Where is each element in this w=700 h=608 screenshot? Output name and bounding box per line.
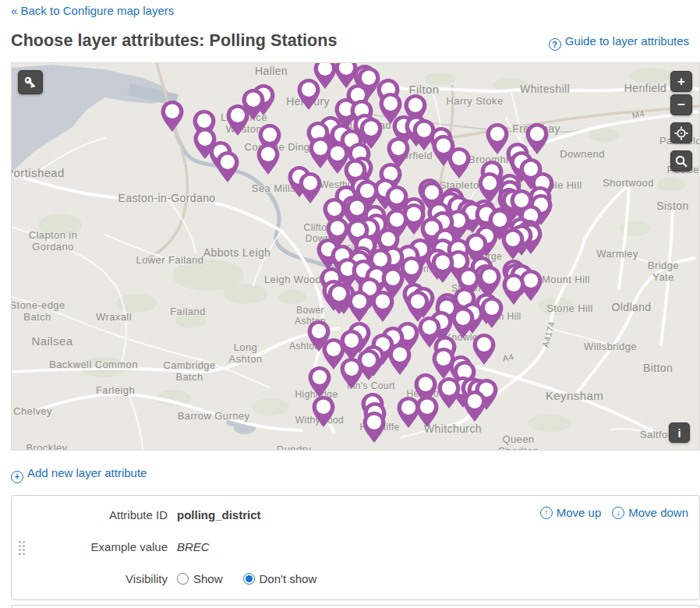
map-key-button[interactable] (18, 70, 43, 94)
move-down-label: Move down (628, 506, 688, 519)
locate-button[interactable] (670, 122, 692, 143)
search-button[interactable] (670, 150, 692, 171)
info-icon: i (677, 426, 681, 440)
polling-station-pin[interactable] (296, 78, 321, 111)
zoom-out-button[interactable]: − (670, 94, 692, 115)
next-attribute-card-peek (11, 605, 700, 608)
guide-link-label: Guide to layer attributes (565, 34, 689, 48)
question-circle-icon: ? (549, 38, 561, 51)
add-attribute-label: Add new layer attribute (27, 466, 147, 479)
minus-icon: − (677, 97, 685, 113)
drag-handle[interactable] (19, 541, 25, 555)
visibility-option-show[interactable]: Show (177, 572, 223, 585)
visibility-row: Visibility Show Don't show (43, 571, 316, 586)
example-value-row: Example value BREC (43, 539, 316, 554)
page: « Back to Configure map layers Choose la… (0, 0, 700, 608)
attribute-id-row: Attribute ID polling_district (43, 507, 316, 522)
polling-station-pin[interactable] (387, 343, 412, 376)
attribute-id-label: Attribute ID (43, 508, 168, 521)
map-pins (12, 63, 699, 450)
attribute-id-value: polling_district (177, 508, 316, 521)
show-radio-label: Show (193, 572, 223, 585)
polling-station-pin[interactable] (362, 411, 387, 444)
polling-station-pin[interactable] (396, 396, 421, 429)
guide-link[interactable]: ?Guide to layer attributes (549, 34, 689, 51)
polling-station-pin[interactable] (311, 395, 336, 428)
add-attribute-link[interactable]: +Add new layer attribute (11, 466, 147, 479)
dont-show-radio-label: Don't show (260, 572, 317, 585)
polling-station-pin[interactable] (225, 104, 250, 136)
polling-station-pin[interactable] (256, 143, 281, 175)
polling-station-pin[interactable] (501, 273, 526, 306)
polling-station-pin[interactable] (447, 147, 472, 179)
key-icon (23, 75, 38, 90)
polling-station-pin[interactable] (160, 100, 185, 133)
back-link[interactable]: « Back to Configure map layers (11, 4, 174, 17)
dont-show-radio[interactable] (243, 573, 255, 585)
polling-station-pin[interactable] (298, 171, 323, 204)
polling-station-pin[interactable] (430, 251, 455, 284)
move-up-label: Move up (557, 506, 602, 519)
crosshair-icon (674, 126, 688, 140)
polling-station-pin[interactable] (500, 228, 525, 260)
polling-station-pin[interactable] (462, 390, 487, 422)
move-down-link[interactable]: ↓Move down (612, 506, 688, 519)
polling-station-pin[interactable] (339, 357, 364, 390)
move-up-link[interactable]: ↑Move up (540, 506, 602, 519)
search-icon (674, 154, 688, 168)
visibility-label: Visibility (43, 572, 168, 585)
polling-station-pin[interactable] (370, 290, 395, 323)
plus-circle-icon: + (11, 471, 23, 483)
arrow-down-circle-icon: ↓ (612, 507, 624, 519)
example-value: BREC (177, 540, 316, 553)
example-value-label: Example value (43, 540, 168, 553)
polling-station-pin[interactable] (437, 376, 461, 409)
polling-station-pin[interactable] (215, 150, 240, 183)
plus-icon: + (677, 74, 685, 90)
attribute-card: ↑Move up ↓Move down Attribute ID polling… (11, 495, 700, 600)
attribution-info-button[interactable]: i (669, 422, 690, 443)
arrow-up-circle-icon: ↑ (540, 507, 553, 519)
zoom-in-button[interactable]: + (670, 71, 692, 92)
map[interactable]: HallenHenburyLawrence WestonCoombe Dingl… (11, 62, 700, 451)
polling-station-pin[interactable] (347, 290, 372, 323)
page-title: Choose layer attributes: Polling Station… (11, 30, 338, 51)
show-radio[interactable] (177, 573, 189, 585)
visibility-option-dont-show[interactable]: Don't show (243, 572, 317, 585)
polling-station-pin[interactable] (307, 366, 332, 398)
